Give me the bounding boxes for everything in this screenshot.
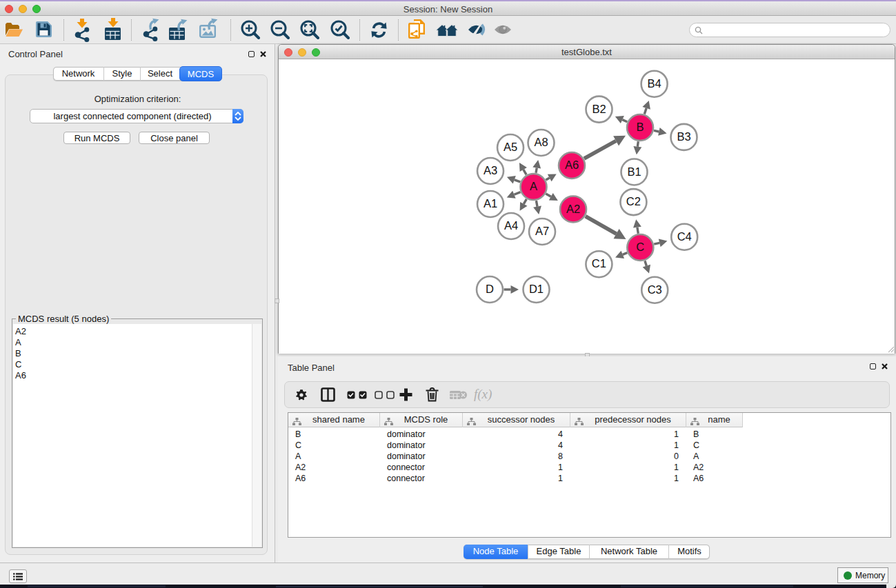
svg-text:C1: C1 (592, 257, 606, 270)
svg-text:C: C (636, 241, 644, 253)
svg-text:A8: A8 (534, 136, 548, 148)
svg-text:A6: A6 (565, 159, 579, 171)
svg-text:B2: B2 (592, 103, 606, 115)
svg-text:A2: A2 (566, 203, 580, 215)
svg-text:A4: A4 (504, 219, 518, 232)
svg-text:D1: D1 (529, 283, 544, 295)
svg-text:A3: A3 (484, 164, 497, 176)
svg-text:C3: C3 (648, 283, 662, 296)
svg-text:A: A (530, 180, 537, 192)
svg-text:B: B (636, 121, 644, 133)
svg-text:A7: A7 (535, 225, 549, 237)
svg-text:D: D (486, 283, 494, 295)
svg-text:A1: A1 (484, 197, 497, 210)
svg-text:B1: B1 (627, 165, 641, 178)
svg-text:C4: C4 (677, 230, 692, 243)
svg-text:B3: B3 (677, 130, 690, 143)
svg-text:A5: A5 (504, 141, 517, 153)
svg-text:C2: C2 (626, 195, 641, 207)
svg-text:B4: B4 (648, 77, 661, 90)
